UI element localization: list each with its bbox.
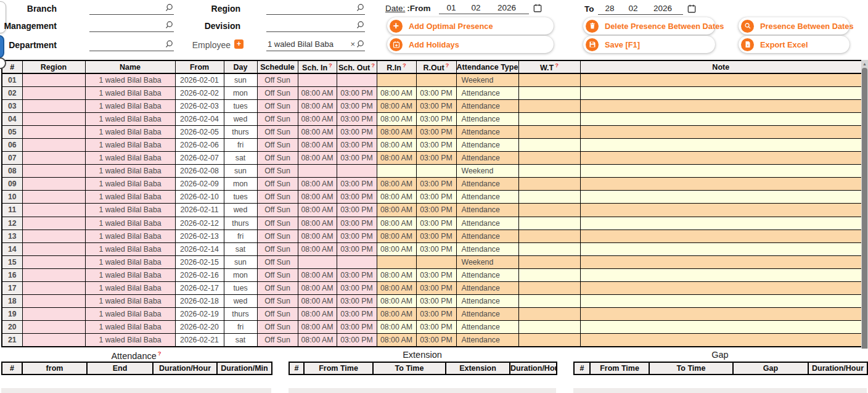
cell-from[interactable]: 2026-02-06 xyxy=(175,138,224,151)
department-input[interactable] xyxy=(89,39,165,49)
cell-sch_out[interactable]: 03:00 PM xyxy=(337,112,377,125)
cell-schedule[interactable]: Off Sun xyxy=(257,334,298,347)
cell-r_out[interactable]: 03:00 PM xyxy=(416,112,456,125)
cell-name[interactable]: 1 waled Bilal Baba xyxy=(85,73,175,86)
cell-sch_out[interactable]: 03:00 PM xyxy=(337,268,377,281)
devision-search-icon[interactable] xyxy=(356,20,365,30)
cell-r_in[interactable]: 08:00 AM xyxy=(377,152,416,165)
cell-from[interactable]: 2026-02-09 xyxy=(175,178,224,191)
cell-type[interactable]: Attendance xyxy=(456,138,518,151)
cell-from[interactable]: 2026-02-07 xyxy=(175,152,224,165)
cell-note[interactable] xyxy=(580,334,862,347)
cell-wt[interactable] xyxy=(518,204,580,217)
cell-type[interactable]: Attendance xyxy=(456,86,518,99)
cell-region[interactable] xyxy=(22,308,85,321)
cell-wt[interactable] xyxy=(518,125,580,138)
cell-region[interactable] xyxy=(22,73,85,86)
cell-r_in[interactable]: 08:00 AM xyxy=(377,86,416,99)
cell-r_out[interactable]: 03:00 PM xyxy=(416,152,456,165)
cell-r_in[interactable]: 08:00 AM xyxy=(377,112,416,125)
cell-from[interactable]: 2026-02-14 xyxy=(175,242,224,255)
cell-day[interactable]: fri xyxy=(224,321,257,334)
cell-note[interactable] xyxy=(580,112,862,125)
cell-type[interactable]: Attendance xyxy=(456,217,518,230)
cell-note[interactable] xyxy=(580,295,862,308)
cell-wt[interactable] xyxy=(518,308,580,321)
cell-r_in[interactable] xyxy=(377,255,416,268)
cell-region[interactable] xyxy=(22,282,85,295)
cell-name[interactable]: 1 waled Bilal Baba xyxy=(85,217,175,230)
cell-schedule[interactable]: Off Sun xyxy=(257,86,298,99)
cell-schedule[interactable]: Off Sun xyxy=(257,268,298,281)
to-day-input[interactable] xyxy=(598,2,621,14)
cell-schedule[interactable]: Off Sun xyxy=(257,308,298,321)
cell-type[interactable]: Attendance xyxy=(456,99,518,112)
cell-sch_out[interactable]: 03:00 PM xyxy=(337,125,377,138)
cell-day[interactable]: sun xyxy=(224,73,257,86)
cell-day[interactable]: thurs xyxy=(224,308,257,321)
cell-schedule[interactable]: Off Sun xyxy=(257,230,298,242)
cell-from[interactable]: 2026-02-04 xyxy=(175,112,224,125)
cell-wt[interactable] xyxy=(518,178,580,191)
employee-search-icon[interactable] xyxy=(356,39,365,49)
cell-r_in[interactable] xyxy=(377,73,416,86)
cell-type[interactable]: Attendance xyxy=(456,295,518,308)
cell-sch_out[interactable]: 03:00 PM xyxy=(337,191,377,204)
cell-schedule[interactable]: Off Sun xyxy=(257,204,298,217)
cell-r_in[interactable]: 08:00 AM xyxy=(377,334,416,347)
cell-name[interactable]: 1 waled Bilal Baba xyxy=(85,178,175,191)
cell-region[interactable] xyxy=(22,178,85,191)
add-holidays-button[interactable]: Add Holidays xyxy=(387,36,554,53)
cell-type[interactable]: Weekend xyxy=(456,165,518,178)
cell-sch_out[interactable]: 03:00 PM xyxy=(337,334,377,347)
cell-region[interactable] xyxy=(22,230,85,242)
cell-note[interactable] xyxy=(580,191,862,204)
cell-type[interactable]: Attendance xyxy=(456,321,518,334)
cell-day[interactable]: mon xyxy=(224,268,257,281)
cell-name[interactable]: 1 waled Bilal Baba xyxy=(85,138,175,151)
cell-sch_in[interactable]: 08:00 AM xyxy=(298,86,337,99)
cell-day[interactable]: mon xyxy=(224,178,257,191)
cell-sch_in[interactable] xyxy=(298,255,337,268)
cell-note[interactable] xyxy=(580,321,862,334)
cell-sch_in[interactable] xyxy=(298,165,337,178)
cell-name[interactable]: 1 waled Bilal Baba xyxy=(85,112,175,125)
save-button[interactable]: Save [F1] xyxy=(583,36,715,53)
cell-from[interactable]: 2026-02-16 xyxy=(175,268,224,281)
cell-wt[interactable] xyxy=(518,99,580,112)
cell-sch_out[interactable]: 03:00 PM xyxy=(337,204,377,217)
cell-type[interactable]: Attendance xyxy=(456,334,518,347)
cell-from[interactable]: 2026-02-21 xyxy=(175,334,224,347)
cell-note[interactable] xyxy=(580,138,862,151)
cell-name[interactable]: 1 waled Bilal Baba xyxy=(85,191,175,204)
cell-region[interactable] xyxy=(22,217,85,230)
help-icon[interactable]: ? xyxy=(371,62,375,68)
help-icon[interactable]: ? xyxy=(446,62,449,68)
cell-sch_in[interactable] xyxy=(298,73,337,86)
cell-schedule[interactable]: Off Sun xyxy=(257,242,298,255)
cell-wt[interactable] xyxy=(518,217,580,230)
cell-from[interactable]: 2026-02-02 xyxy=(175,86,224,99)
cell-type[interactable]: Weekend xyxy=(456,73,518,86)
cell-schedule[interactable]: Off Sun xyxy=(257,178,298,191)
cell-name[interactable]: 1 waled Bilal Baba xyxy=(85,282,175,295)
cell-name[interactable]: 1 waled Bilal Baba xyxy=(85,99,175,112)
cell-from[interactable]: 2026-02-05 xyxy=(175,125,224,138)
cell-wt[interactable] xyxy=(518,321,580,334)
cell-day[interactable]: tues xyxy=(224,99,257,112)
cell-name[interactable]: 1 waled Bilal Baba xyxy=(85,242,175,255)
cell-sch_out[interactable]: 03:00 PM xyxy=(337,308,377,321)
region-search-icon[interactable] xyxy=(356,3,365,12)
cell-r_out[interactable]: 03:00 PM xyxy=(416,86,456,99)
employee-input[interactable] xyxy=(266,39,350,49)
cell-type[interactable]: Attendance xyxy=(456,268,518,281)
cell-day[interactable]: wed xyxy=(224,295,257,308)
cell-day[interactable]: wed xyxy=(224,112,257,125)
cell-region[interactable] xyxy=(22,86,85,99)
cell-note[interactable] xyxy=(580,242,862,255)
cell-type[interactable]: Weekend xyxy=(456,255,518,268)
cell-from[interactable]: 2026-02-01 xyxy=(175,73,224,86)
cell-r_out[interactable] xyxy=(416,73,456,86)
cell-sch_in[interactable]: 08:00 AM xyxy=(298,99,337,112)
employee-add-icon[interactable]: + xyxy=(234,39,244,49)
